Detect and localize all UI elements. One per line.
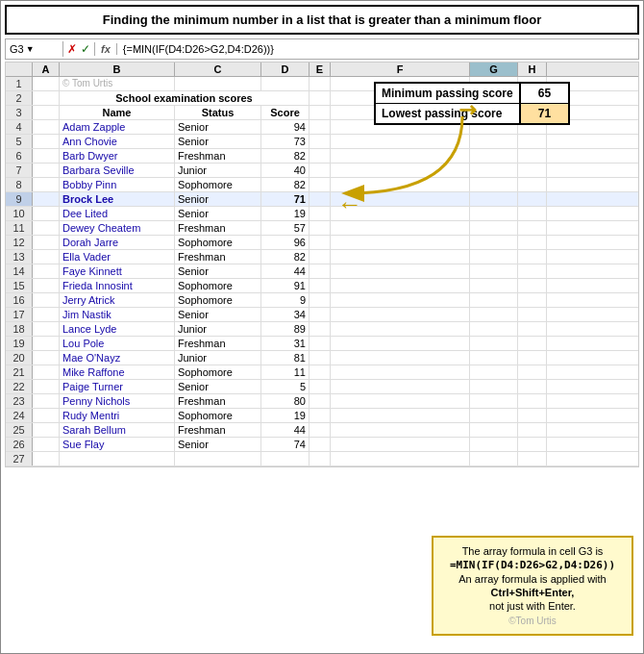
cell-1C[interactable] — [175, 77, 261, 90]
min-passing-value[interactable]: 65 — [520, 84, 568, 103]
cell-1D[interactable] — [261, 77, 310, 90]
cell-score[interactable]: 57 — [261, 221, 310, 235]
cell-3A[interactable] — [33, 106, 60, 119]
cell-score[interactable]: 71 — [261, 192, 310, 206]
cell-score[interactable]: 9 — [261, 293, 310, 307]
cell-name[interactable]: Dee Lited — [60, 207, 175, 220]
cell-score[interactable]: 31 — [261, 337, 310, 350]
cell-status[interactable]: Senior — [175, 120, 261, 134]
cell-name[interactable]: Bobby Pinn — [60, 178, 175, 191]
cell-3E[interactable] — [310, 106, 331, 119]
cell-status[interactable]: Senior — [175, 207, 261, 220]
cell-status[interactable]: Sophomore — [175, 279, 261, 292]
cell-name[interactable]: Ella Vader — [60, 250, 175, 264]
cell-2B-merged[interactable]: School examination scores — [60, 91, 310, 105]
cell-name[interactable]: Jim Nastik — [60, 308, 175, 321]
cell-E[interactable] — [310, 120, 331, 134]
cell-score[interactable]: 82 — [261, 250, 310, 264]
cell-score[interactable]: 94 — [261, 120, 310, 134]
cell-name[interactable]: Adam Zapple — [60, 120, 175, 134]
cell-status[interactable]: Sophomore — [175, 178, 261, 191]
cell-score[interactable]: 82 — [261, 178, 310, 191]
cell-3B[interactable]: Name — [60, 106, 175, 119]
cell-1A[interactable] — [33, 77, 60, 90]
cell-score[interactable]: 80 — [261, 394, 310, 408]
cell-3D[interactable]: Score — [261, 106, 310, 119]
cell-name[interactable]: Sarah Bellum — [60, 423, 175, 437]
cell-name[interactable]: Rudy Mentri — [60, 409, 175, 422]
cell-status[interactable]: Freshman — [175, 394, 261, 408]
cell-name[interactable]: Faye Kinnett — [60, 264, 175, 278]
col-header-G[interactable]: G — [470, 63, 518, 76]
cell-score[interactable]: 89 — [261, 322, 310, 336]
cell-score[interactable]: 81 — [261, 351, 310, 365]
cell-status[interactable]: Freshman — [175, 423, 261, 437]
col-header-A[interactable]: A — [33, 63, 60, 76]
cell-1B[interactable]: © Tom Urtis — [60, 77, 175, 90]
cell-status[interactable]: Sophomore — [175, 365, 261, 379]
cell-status[interactable]: Freshman — [175, 337, 261, 350]
cell-score[interactable]: 5 — [261, 380, 310, 393]
cell-name[interactable]: Penny Nichols — [60, 394, 175, 408]
cell-ref-dropdown-icon[interactable]: ▼ — [26, 44, 35, 54]
cell-score[interactable]: 19 — [261, 409, 310, 422]
cell-2A[interactable] — [33, 91, 60, 105]
cell-status[interactable]: Sophomore — [175, 236, 261, 249]
cell-name[interactable]: Barb Dwyer — [60, 149, 175, 163]
cell-name[interactable]: Dorah Jarre — [60, 236, 175, 249]
cell-status[interactable]: Junior — [175, 322, 261, 336]
cell-name[interactable]: Frieda Innosint — [60, 279, 175, 292]
cell-1E[interactable] — [310, 77, 331, 90]
cell-status[interactable]: Senior — [175, 308, 261, 321]
cell-score[interactable]: 11 — [261, 365, 310, 379]
cell-score[interactable]: 96 — [261, 236, 310, 249]
cell-score[interactable]: 19 — [261, 207, 310, 220]
cell-status[interactable]: Senior — [175, 264, 261, 278]
cell-name[interactable]: Mae O'Nayz — [60, 351, 175, 365]
cell-status[interactable]: Sophomore — [175, 293, 261, 307]
cell-name-brock-lee[interactable]: Brock Lee — [60, 192, 175, 206]
col-header-H[interactable]: H — [518, 63, 547, 76]
cell-status[interactable]: Senior — [175, 380, 261, 393]
cell-status[interactable]: Senior — [175, 438, 261, 451]
col-header-E[interactable]: E — [310, 63, 331, 76]
cell-score[interactable]: 73 — [261, 135, 310, 148]
cell-name[interactable]: Lance Lyde — [60, 322, 175, 336]
cell-name[interactable]: Ann Chovie — [60, 135, 175, 148]
cell-score[interactable]: 34 — [261, 308, 310, 321]
cell-name[interactable]: Mike Raffone — [60, 365, 175, 379]
cell-name[interactable]: Sue Flay — [60, 438, 175, 451]
cell-score[interactable]: 82 — [261, 149, 310, 163]
cell-name[interactable]: Dewey Cheatem — [60, 221, 175, 235]
cell-status[interactable]: Sophomore — [175, 409, 261, 422]
cell-name[interactable]: Paige Turner — [60, 380, 175, 393]
cell-3C[interactable]: Status — [175, 106, 261, 119]
cancel-icon[interactable]: ✗ — [67, 42, 77, 56]
col-header-F[interactable]: F — [331, 63, 470, 76]
cell-2E[interactable] — [310, 91, 331, 105]
cell-status[interactable]: Junior — [175, 351, 261, 365]
cell-status[interactable]: Senior — [175, 135, 261, 148]
cell-name[interactable]: Jerry Atrick — [60, 293, 175, 307]
col-header-B[interactable]: B — [60, 63, 175, 76]
cell-name[interactable]: Barbara Seville — [60, 164, 175, 177]
cell-reference[interactable]: G3 ▼ — [6, 41, 63, 57]
lowest-passing-value[interactable]: 71 — [520, 104, 568, 123]
table-row: 15 Frieda Innosint Sophomore 91 — [6, 279, 638, 293]
cell-status[interactable]: Freshman — [175, 250, 261, 264]
cell-score[interactable]: 74 — [261, 438, 310, 451]
cell-score[interactable]: 91 — [261, 279, 310, 292]
cell-name[interactable]: Lou Pole — [60, 337, 175, 350]
cell-score[interactable]: 44 — [261, 264, 310, 278]
cell-status[interactable]: Freshman — [175, 221, 261, 235]
cell-A[interactable] — [33, 120, 60, 134]
cell-status[interactable]: Senior — [175, 192, 261, 206]
cell-score[interactable]: 40 — [261, 164, 310, 177]
cell-status[interactable]: Freshman — [175, 149, 261, 163]
table-row: 5 Ann Chovie Senior 73 — [6, 135, 638, 149]
col-header-D[interactable]: D — [261, 63, 310, 76]
col-header-C[interactable]: C — [175, 63, 261, 76]
cell-score[interactable]: 44 — [261, 423, 310, 437]
confirm-icon[interactable]: ✓ — [81, 42, 90, 56]
cell-status[interactable]: Junior — [175, 164, 261, 177]
